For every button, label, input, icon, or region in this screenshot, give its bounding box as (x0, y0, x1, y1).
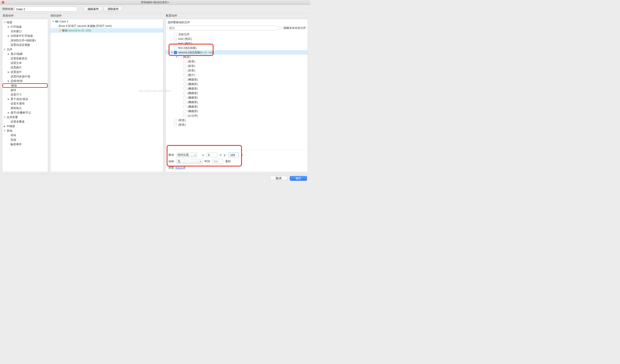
widget-tree-item[interactable]: (矩形) (166, 68, 308, 73)
clear-condition-button[interactable]: 清除条件 (104, 7, 122, 11)
x-input[interactable] (207, 152, 217, 157)
chevron-right-icon[interactable]: ▶ (8, 26, 10, 28)
chevron-down-icon[interactable]: ▼ (171, 51, 173, 54)
widget-tree-item[interactable]: (矩形) (166, 64, 308, 68)
widget-tree-item[interactable]: hot1 (热区) (166, 41, 308, 46)
checkbox-icon[interactable] (184, 87, 186, 90)
hide-unnamed-checkbox[interactable]: 隐藏未命名的元件 (278, 26, 306, 30)
checkbox-icon[interactable]: ✓ (174, 51, 177, 54)
widget-tree-item[interactable]: (矩形) (166, 122, 308, 127)
action-tree-item[interactable]: 设置不透明 (2, 101, 48, 106)
cancel-button[interactable]: 取消 (270, 176, 287, 181)
widget-tree-item[interactable]: (椭圆形) (166, 86, 308, 91)
widget-tree-item[interactable]: (椭圆形) (166, 77, 308, 82)
action-tree-item[interactable]: 移动 (2, 83, 48, 88)
action-tree-item[interactable]: 其他 (2, 137, 48, 142)
widget-tree-item[interactable]: (椭圆形) (166, 82, 308, 86)
animation-select[interactable]: 无 ▾ (176, 159, 202, 164)
widget-tree-item[interactable]: 当前元件 (166, 32, 308, 37)
checkbox-icon[interactable] (174, 37, 177, 40)
checkbox-icon[interactable] (184, 96, 186, 99)
search-input[interactable] (168, 26, 277, 30)
widget-tree-item[interactable]: ▼✓second (动态面板) to (0,-193) (166, 50, 308, 55)
checkbox-icon[interactable] (278, 27, 281, 30)
action-tree-item[interactable]: ▶显示/隐藏 (2, 52, 48, 56)
checkbox-icon[interactable] (174, 119, 177, 122)
action-tree-item[interactable]: ▶在框架中打开链接 (2, 33, 48, 38)
checkbox-icon[interactable] (184, 69, 186, 72)
action-tree-item[interactable]: ▶置于顶层/底层 (2, 97, 48, 101)
action-tree-item[interactable]: 设置图片 (2, 65, 48, 70)
fx-y-button[interactable]: fx (241, 153, 243, 156)
move-type-select[interactable]: 绝对位置 ▾ (176, 152, 197, 157)
action-tree-item[interactable]: 设置变量值 (2, 119, 48, 124)
action-tree-item[interactable]: ▶打开链接 (2, 25, 48, 29)
chevron-down-icon[interactable]: ▼ (4, 48, 6, 51)
widget-tree-item[interactable]: (矩形) (166, 118, 308, 122)
action-tree-item[interactable]: ▼元件 (2, 47, 48, 52)
case-row[interactable]: ▼ Case 2 (50, 19, 163, 24)
checkbox-icon[interactable] (179, 56, 182, 59)
widget-tree-item[interactable]: (椭圆形) (166, 91, 308, 95)
checkbox-icon[interactable] (184, 101, 186, 104)
y-input[interactable] (228, 152, 239, 157)
widget-tree-item[interactable]: (矩形) (166, 59, 308, 64)
action-tree-item[interactable]: 关闭窗口 (2, 29, 48, 33)
action-tree-item[interactable]: ▼链接 (2, 20, 48, 25)
checkbox-icon[interactable] (184, 92, 186, 95)
action-tree-item[interactable]: 等待 (2, 133, 48, 137)
checkbox-icon[interactable] (184, 83, 186, 86)
action-tree-item[interactable]: ▼全局变量 (2, 115, 48, 119)
widget-tree-item[interactable]: (椭圆形) (166, 104, 308, 109)
widget-tree-item[interactable]: (椭圆形) (166, 109, 308, 113)
add-bounds-link[interactable]: 添加边界 (175, 166, 186, 170)
chevron-right-icon[interactable]: ▶ (8, 53, 10, 55)
checkbox-icon[interactable] (174, 123, 177, 126)
checkbox-icon[interactable] (184, 60, 186, 63)
action-tree-item[interactable]: 滚动到元件<锚链接> (2, 38, 48, 43)
checkbox-icon[interactable] (184, 110, 186, 113)
widget-tree-item[interactable]: (占位符) (166, 113, 308, 118)
action-tree-item[interactable]: ▶启用/禁用 (2, 79, 48, 83)
chevron-down-icon[interactable]: ▼ (4, 130, 6, 132)
action-tree-item[interactable]: 设置列表选中项 (2, 74, 48, 79)
checkbox-icon[interactable] (174, 46, 177, 49)
case-name-input[interactable] (15, 7, 77, 11)
checkbox-icon[interactable] (184, 64, 186, 68)
chevron-right-icon[interactable]: ▶ (8, 112, 10, 114)
widget-tree-item[interactable]: first (动态面板) (166, 46, 308, 50)
widget-tree-item[interactable]: (图片) (166, 73, 308, 77)
action-tree-item[interactable]: 获取焦点 (2, 106, 48, 110)
chevron-down-icon[interactable]: ▼ (52, 20, 54, 23)
action-tree-item[interactable]: ▶中继器 (2, 124, 48, 128)
chevron-down-icon[interactable]: ▼ (176, 56, 178, 58)
checkbox-icon[interactable] (184, 78, 186, 81)
action-tree-item[interactable]: ▶展开/折叠树节点 (2, 110, 48, 115)
checkbox-icon[interactable] (184, 114, 186, 117)
chevron-right-icon[interactable]: ▶ (4, 125, 6, 127)
checkbox-icon[interactable] (184, 105, 186, 108)
action-tree-item[interactable]: 设置文本 (2, 61, 48, 65)
action-row-move[interactable]: ⚡ 移动 second to (0,-193) (50, 28, 163, 33)
widget-tree-item[interactable]: (椭圆形) (166, 95, 308, 100)
fx-x-button[interactable]: fx (219, 153, 221, 156)
chevron-down-icon[interactable]: ▼ (4, 116, 6, 118)
action-tree-item[interactable]: ▼其他 (2, 128, 48, 133)
checkbox-icon[interactable] (184, 74, 186, 76)
widget-tree-item[interactable]: hot2 (热区) (166, 37, 308, 41)
widget-tree-item[interactable]: ▼(组合) (166, 55, 308, 59)
checkbox-icon[interactable] (174, 33, 177, 36)
widget-tree-item[interactable]: (椭圆形) (166, 100, 308, 104)
checkbox-icon[interactable] (174, 42, 177, 45)
edit-condition-button[interactable]: 编辑条件 (84, 7, 102, 11)
chevron-down-icon[interactable]: ▼ (4, 21, 6, 23)
ok-button[interactable]: 确定 (290, 176, 307, 181)
chevron-right-icon[interactable]: ▶ (8, 71, 10, 73)
chevron-right-icon[interactable]: ▶ (8, 98, 10, 100)
action-tree-item[interactable]: 触发事件 (2, 142, 48, 147)
chevron-right-icon[interactable]: ▶ (8, 35, 10, 37)
action-tree-item[interactable]: 设置自适应视图 (2, 43, 48, 47)
action-tree-item[interactable]: 设置面板状态 (2, 56, 48, 61)
action-tree-item[interactable]: 设置尺寸 (2, 92, 48, 97)
action-tree-item[interactable]: ▶设置选中 (2, 70, 48, 74)
